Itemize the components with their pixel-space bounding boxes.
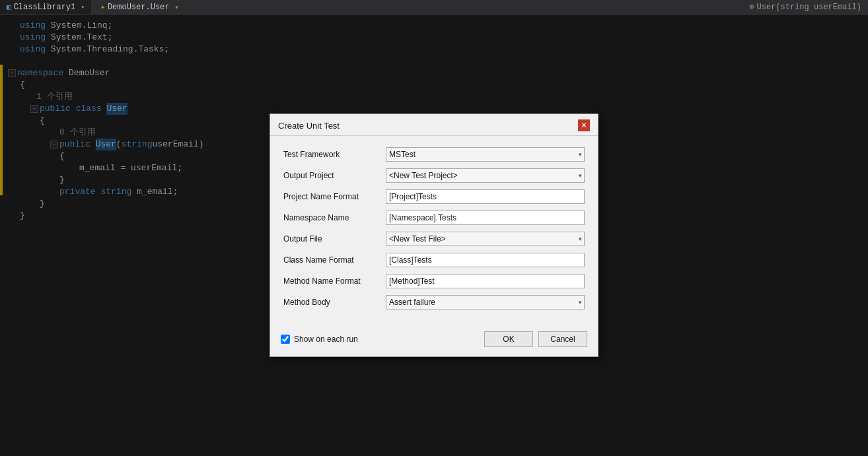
dialog-title-bar: Create Unit Test × [270, 114, 598, 136]
demouser-icon: ✦ [100, 3, 105, 11]
namespace-name-label: Namespace Name [283, 213, 386, 222]
ok-button[interactable]: OK [484, 331, 533, 347]
namespace-name-input[interactable] [386, 211, 585, 225]
cancel-button[interactable]: Cancel [538, 331, 587, 347]
breadcrumb-icon: ⊕ [749, 2, 754, 12]
output-project-select-wrapper: <New Test Project> ▾ [386, 168, 585, 183]
output-file-row: Output File <New Test File> ▾ [283, 231, 585, 247]
create-unit-test-dialog: Create Unit Test × Test Framework MSTest… [270, 114, 598, 357]
tab2-arrow: ▾ [175, 3, 179, 11]
output-file-select-wrapper: <New Test File> ▾ [386, 232, 585, 246]
tab-classlibrary[interactable]: ◧ ClassLibrary1 ▾ [0, 0, 91, 14]
class-name-format-row: Class Name Format [283, 252, 585, 268]
method-name-format-label: Method Name Format [283, 277, 386, 286]
test-framework-select-wrapper: MSTest NUnit xUnit ▾ [386, 147, 585, 162]
output-project-label: Output Project [283, 171, 386, 180]
classlibrary-icon: ◧ [7, 3, 11, 11]
method-body-select[interactable]: Assert failure Not implemented Throw exc… [386, 295, 585, 309]
test-framework-select[interactable]: MSTest NUnit xUnit [386, 147, 585, 162]
dialog-body: Test Framework MSTest NUnit xUnit ▾ Outp… [270, 136, 598, 326]
dialog-title: Create Unit Test [278, 121, 340, 131]
test-framework-row: Test Framework MSTest NUnit xUnit ▾ [283, 147, 585, 162]
class-name-format-input[interactable] [386, 253, 585, 267]
namespace-name-row: Namespace Name [283, 210, 585, 226]
show-on-each-run-checkbox[interactable] [281, 335, 290, 344]
title-bar: ◧ ClassLibrary1 ▾ ✦ DemoUser.User ▾ ⊕ Us… [0, 0, 868, 15]
show-on-each-run-label: Show on each run [294, 335, 358, 344]
class-name-format-label: Class Name Format [283, 255, 386, 265]
breadcrumb: ⊕ User(string userEmail) [749, 2, 868, 12]
dialog-footer: Show on each run OK Cancel [270, 326, 598, 356]
dialog-overlay: Create Unit Test × Test Framework MSTest… [0, 15, 868, 456]
output-file-label: Output File [283, 234, 386, 244]
project-name-format-input[interactable] [386, 189, 585, 204]
output-file-select[interactable]: <New Test File> [386, 232, 585, 246]
method-body-select-wrapper: Assert failure Not implemented Throw exc… [386, 295, 585, 309]
method-body-label: Method Body [283, 298, 386, 307]
method-name-format-row: Method Name Format [283, 273, 585, 289]
tab-demouser-label: DemoUser.User [108, 3, 170, 12]
dialog-close-button[interactable]: × [578, 119, 590, 131]
output-project-row: Output Project <New Test Project> ▾ [283, 168, 585, 183]
show-on-each-run-area: Show on each run [281, 335, 479, 344]
project-name-format-label: Project Name Format [283, 192, 386, 201]
project-name-format-row: Project Name Format [283, 189, 585, 205]
tab-demouser[interactable]: ✦ DemoUser.User ▾ [94, 0, 185, 14]
method-name-format-input[interactable] [386, 274, 585, 288]
code-editor: using System.Linq; using System.Text; us… [0, 15, 868, 456]
tab-classlibrary-label: ClassLibrary1 [14, 3, 76, 12]
tab1-arrow: ▾ [81, 3, 85, 11]
test-framework-label: Test Framework [283, 150, 386, 159]
breadcrumb-label: User(string userEmail) [757, 3, 861, 12]
output-project-select[interactable]: <New Test Project> [386, 168, 585, 183]
method-body-row: Method Body Assert failure Not implement… [283, 294, 585, 310]
